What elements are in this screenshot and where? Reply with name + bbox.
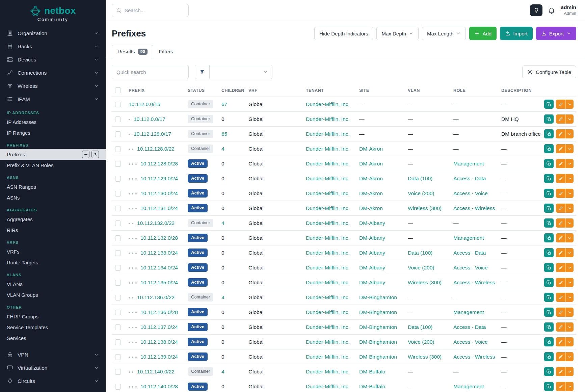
sidebar-item-asns[interactable]: ASNs <box>0 192 106 203</box>
quick-search-input[interactable] <box>112 65 189 79</box>
edit-dropdown-button[interactable] <box>565 322 574 332</box>
site-link[interactable]: DM-Buffalo <box>359 369 385 374</box>
prefix-link[interactable]: 10.112.140.0/22 <box>137 369 175 374</box>
copy-button[interactable] <box>544 114 554 124</box>
vlan-link[interactable]: Data (100) <box>408 324 432 330</box>
prefix-link[interactable]: 10.112.131.0/24 <box>140 205 178 211</box>
quick-add-button[interactable] <box>82 151 89 158</box>
edit-dropdown-button[interactable] <box>565 367 574 376</box>
tab-results[interactable]: Results 90 <box>112 45 153 58</box>
edit-dropdown-button[interactable] <box>565 278 574 287</box>
sidebar-item-vpn[interactable]: VPN <box>0 348 106 361</box>
edit-dropdown-button[interactable] <box>565 144 574 153</box>
sidebar-item-virtualization[interactable]: Virtualization <box>0 361 106 374</box>
site-link[interactable]: DM-Akron <box>359 146 383 152</box>
tenant-link[interactable]: Dunder-Mifflin, Inc. <box>306 280 350 285</box>
copy-button[interactable] <box>544 337 554 346</box>
edit-dropdown-button[interactable] <box>565 233 574 242</box>
copy-button[interactable] <box>544 100 554 109</box>
prefix-link[interactable]: 10.112.139.0/24 <box>140 354 178 360</box>
site-link[interactable]: DM-Akron <box>359 190 383 196</box>
prefix-link[interactable]: 10.112.136.0/28 <box>140 309 178 315</box>
prefix-link[interactable]: 10.112.135.0/24 <box>140 280 178 285</box>
edit-button[interactable] <box>556 144 565 153</box>
tenant-link[interactable]: Dunder-Mifflin, Inc. <box>306 161 350 166</box>
add-button[interactable]: Add <box>469 27 497 40</box>
copy-button[interactable] <box>544 174 554 183</box>
prefix-link[interactable]: 10.112.136.0/22 <box>137 294 175 300</box>
site-link[interactable]: DM-Akron <box>359 176 383 181</box>
edit-dropdown-button[interactable] <box>565 114 574 124</box>
row-checkbox[interactable] <box>115 102 121 107</box>
sidebar-item-wireless[interactable]: Wireless <box>0 79 106 93</box>
role-link[interactable]: Access - Data <box>453 176 486 181</box>
site-link[interactable]: DM-Buffalo <box>359 384 385 389</box>
children-link[interactable]: 4 <box>221 369 224 374</box>
vlan-link[interactable]: Voice (200) <box>408 190 434 196</box>
sidebar-item-connections[interactable]: Connections <box>0 66 106 79</box>
saved-filter-select[interactable] <box>210 65 272 79</box>
vlan-link[interactable]: Wireless (300) <box>408 205 442 211</box>
role-link[interactable]: Access - Wireless <box>453 280 495 285</box>
vlan-link[interactable]: Data (100) <box>408 250 432 256</box>
tenant-link[interactable]: Dunder-Mifflin, Inc. <box>306 294 350 300</box>
theme-toggle-button[interactable] <box>530 4 542 16</box>
row-checkbox[interactable] <box>115 310 121 315</box>
global-search[interactable] <box>112 4 189 17</box>
edit-dropdown-button[interactable] <box>565 293 574 302</box>
row-checkbox[interactable] <box>115 280 121 286</box>
site-link[interactable]: DM-Binghamton <box>359 294 397 300</box>
tenant-link[interactable]: Dunder-Mifflin, Inc. <box>306 101 350 107</box>
sidebar-item-racks[interactable]: Racks <box>0 40 106 53</box>
prefix-link[interactable]: 10.112.128.0/17 <box>134 131 171 137</box>
export-button[interactable]: Export <box>536 27 576 40</box>
edit-dropdown-button[interactable] <box>565 189 574 198</box>
notifications-button[interactable] <box>548 7 555 14</box>
sidebar-item-organization[interactable]: Organization <box>0 27 106 40</box>
prefix-link[interactable]: 10.112.138.0/24 <box>140 339 178 345</box>
tenant-link[interactable]: Dunder-Mifflin, Inc. <box>306 190 350 196</box>
role-link[interactable]: Management <box>453 384 484 389</box>
sidebar-item-asn-ranges[interactable]: ASN Ranges <box>0 181 106 192</box>
row-checkbox[interactable] <box>115 131 121 137</box>
global-search-input[interactable] <box>125 7 184 13</box>
edit-dropdown-button[interactable] <box>565 204 574 213</box>
prefix-link[interactable]: 10.112.129.0/24 <box>140 176 178 181</box>
max-depth-dropdown[interactable]: Max Depth <box>376 27 419 40</box>
vlan-link[interactable]: Voice (200) <box>408 339 434 345</box>
column-header-site[interactable]: Site <box>356 84 405 97</box>
hide-depth-indicators-button[interactable]: Hide Depth Indicators <box>314 27 373 40</box>
role-link[interactable]: Access - Data <box>453 324 486 330</box>
children-link[interactable]: 67 <box>221 101 227 107</box>
tab-filters[interactable]: Filters <box>153 45 179 58</box>
row-checkbox[interactable] <box>115 265 121 271</box>
row-checkbox[interactable] <box>115 324 121 330</box>
edit-button[interactable] <box>556 129 565 138</box>
tenant-link[interactable]: Dunder-Mifflin, Inc. <box>306 265 350 270</box>
tenant-link[interactable]: Dunder-Mifflin, Inc. <box>306 205 350 211</box>
sidebar-item-prefix-vlan-roles[interactable]: Prefix & VLAN Roles <box>0 160 106 171</box>
sidebar-item-route-targets[interactable]: Route Targets <box>0 257 106 268</box>
copy-button[interactable] <box>544 382 554 391</box>
edit-dropdown-button[interactable] <box>565 174 574 183</box>
edit-button[interactable] <box>556 293 565 302</box>
filter-button[interactable] <box>195 65 210 79</box>
children-link[interactable]: 4 <box>221 294 224 300</box>
site-link[interactable]: DM-Albany <box>359 280 385 285</box>
prefix-link[interactable]: 10.112.0.0/17 <box>134 116 165 122</box>
row-checkbox[interactable] <box>115 146 121 152</box>
row-checkbox[interactable] <box>115 176 121 182</box>
copy-button[interactable] <box>544 144 554 153</box>
copy-button[interactable] <box>544 218 554 228</box>
prefix-link[interactable]: 10.112.128.0/28 <box>140 161 178 166</box>
edit-button[interactable] <box>556 337 565 346</box>
copy-button[interactable] <box>544 248 554 257</box>
role-link[interactable]: Access - Wireless <box>453 354 495 360</box>
edit-dropdown-button[interactable] <box>565 159 574 168</box>
site-link[interactable]: DM-Akron <box>359 161 383 166</box>
prefix-link[interactable]: 10.112.128.0/22 <box>137 146 175 152</box>
edit-dropdown-button[interactable] <box>565 263 574 272</box>
edit-button[interactable] <box>556 100 565 109</box>
column-header-role[interactable]: Role <box>451 84 499 97</box>
copy-button[interactable] <box>544 263 554 272</box>
